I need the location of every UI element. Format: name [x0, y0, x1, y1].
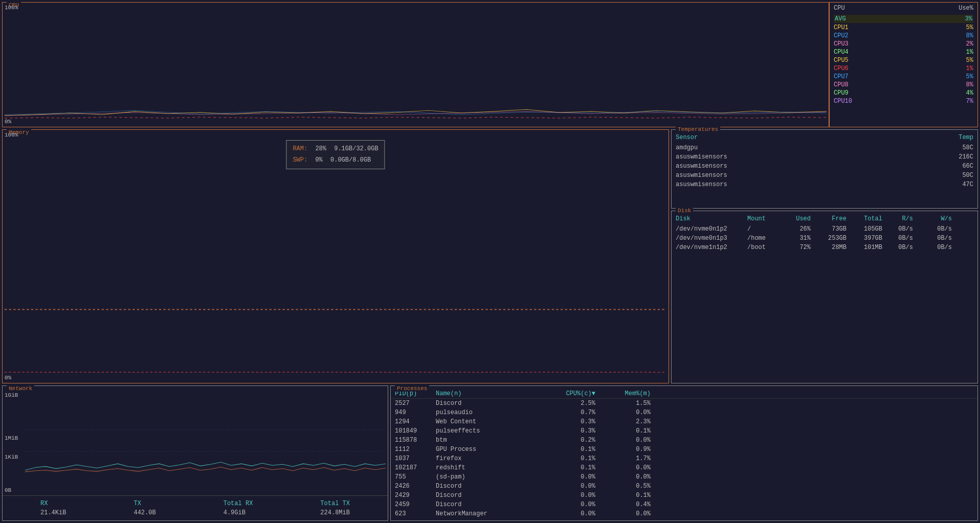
proc-row-8[interactable]: 755 (sd-pam) 0.0% 0.0% — [395, 472, 973, 482]
network-tx-stat: TX 442.0B — [133, 500, 155, 516]
proc-cpu-11: 0.0% — [538, 501, 599, 508]
cpu10-row: CPU10 7% — [834, 98, 973, 105]
network-rx-stat: RX 21.4KiB — [40, 500, 66, 516]
proc-name-9: Discord — [436, 483, 538, 490]
main-layout: CPU 100% 0% CPU Use% AVG 3% — [0, 0, 980, 523]
proc-mem-4: 0.0% — [599, 437, 651, 444]
proc-pid-11: 2459 — [395, 501, 436, 508]
cpu10-label: CPU10 — [834, 98, 852, 105]
proc-row-2[interactable]: 1294 Web Content 0.3% 2.3% — [395, 417, 973, 426]
proc-cpu-7: 0.1% — [538, 464, 599, 471]
disk-2-free: 28MB — [819, 244, 855, 251]
disk-header: Disk Mount Used Free Total R/s W/s — [676, 213, 973, 222]
cpu-header-use: Use% — [959, 5, 973, 12]
temp-row-amdgpu: amdgpu 58C — [676, 144, 973, 151]
proc-cpu-1: 0.7% — [538, 409, 599, 416]
proc-pid-12: 623 — [395, 510, 436, 517]
disk-0-ws: 0B/s — [921, 225, 952, 233]
proc-cpu-4: 0.2% — [538, 437, 599, 444]
proc-cpu-9: 0.0% — [538, 483, 599, 490]
disk-header-mount: Mount — [747, 215, 788, 222]
proc-pid-3: 101849 — [395, 427, 436, 435]
proc-mem-11: 0.4% — [599, 501, 651, 508]
cpu-avg-value: 3% — [965, 15, 972, 22]
network-graph-area: 1GiB 1MiB 1KiB 0B — [3, 386, 388, 495]
proc-mem-3: 0.1% — [599, 427, 651, 435]
disk-header-used: Used — [788, 215, 819, 222]
proc-row-3[interactable]: 101849 pulseeffects 0.3% 0.1% — [395, 426, 973, 436]
disk-row-0: /dev/nvme0n1p2 / 26% 73GB 105GB 0B/s 0B/… — [676, 225, 973, 233]
proc-mem-0: 1.5% — [599, 400, 651, 407]
proc-mem-10: 0.1% — [599, 492, 651, 499]
proc-mem-1: 0.0% — [599, 409, 651, 416]
cpu3-value: 2% — [966, 40, 973, 48]
proc-pid-2: 1294 — [395, 418, 436, 425]
disk-1-ws: 0B/s — [921, 235, 952, 242]
temp-sensor-1: asuswmisensors — [676, 153, 727, 161]
cpu7-value: 5% — [966, 73, 973, 80]
proc-name-8: (sd-pam) — [436, 473, 538, 481]
cpu6-row: CPU6 1% — [834, 65, 973, 72]
proc-row-1[interactable]: 949 pulseaudio 0.7% 0.0% — [395, 408, 973, 417]
proc-header-mem[interactable]: Mem%(m) — [599, 390, 651, 397]
temp-value-2: 66C — [962, 163, 973, 170]
proc-row-4[interactable]: 115878 btm 0.2% 0.0% — [395, 436, 973, 445]
disk-2-ws: 0B/s — [921, 244, 952, 251]
proc-pid-8: 755 — [395, 473, 436, 481]
disk-row-2: /dev/nvme1n1p2 /boot 72% 28MB 101MB 0B/s… — [676, 244, 973, 251]
proc-cpu-8: 0.0% — [538, 473, 599, 481]
proc-header-cpu[interactable]: CPU%(c)▼ — [538, 390, 599, 397]
proc-row-12[interactable]: 623 NetworkManager 0.0% 0.0% — [395, 509, 973, 518]
cpu8-row: CPU8 8% — [834, 81, 973, 88]
temperatures-header: Sensor Temp — [676, 132, 973, 141]
proc-row-11[interactable]: 2459 Discord 0.0% 0.4% — [395, 500, 973, 509]
disk-1-free: 253GB — [819, 235, 855, 242]
disk-2-mount: /boot — [747, 244, 788, 251]
proc-cpu-3: 0.3% — [538, 427, 599, 435]
network-total-tx-value: 224.8MiB — [320, 509, 350, 516]
disk-2-total: 101MB — [855, 244, 890, 251]
disk-header-free: Free — [819, 215, 855, 222]
proc-pid-1: 949 — [395, 409, 436, 416]
ram-overlay: RAM: 28% 9.1GB/32.0GB SWP: 0% 0.0GB/8.0G… — [286, 140, 385, 169]
disk-0-mount: / — [747, 225, 788, 233]
disk-0-free: 73GB — [819, 225, 855, 233]
disk-header-disk: Disk — [676, 215, 747, 222]
proc-pid-5: 1112 — [395, 446, 436, 453]
processes-section: Processes PID(p) Name(n) CPU%(c)▼ Mem%(m… — [390, 385, 978, 521]
proc-header-name: Name(n) — [436, 390, 538, 397]
cpu8-value: 8% — [966, 81, 973, 88]
cpu2-label: CPU2 — [834, 32, 849, 39]
proc-mem-6: 1.7% — [599, 455, 651, 462]
proc-pid-7: 102187 — [395, 464, 436, 471]
proc-row-10[interactable]: 2429 Discord 0.0% 0.1% — [395, 491, 973, 500]
proc-mem-12: 0.0% — [599, 510, 651, 517]
proc-row-0[interactable]: 2527 Discord 2.5% 1.5% — [395, 399, 973, 408]
disk-header-rs: R/s — [890, 215, 921, 222]
network-total-rx-value: 4.9GiB — [224, 509, 253, 516]
cpu4-value: 1% — [966, 49, 973, 56]
network-total-tx-label: Total TX — [320, 500, 350, 507]
network-rx-value: 21.4KiB — [40, 509, 66, 516]
proc-row-9[interactable]: 2426 Discord 0.0% 0.5% — [395, 482, 973, 491]
swap-percent: 0% — [315, 156, 322, 164]
cpu-list-panel: CPU Use% AVG 3% CPU1 5% CPU2 8% CPU3 2% … — [829, 3, 977, 127]
network-section: Network 1GiB 1MiB 1KiB 0B — [2, 385, 388, 521]
proc-row-6[interactable]: 1037 firefox 0.1% 1.7% — [395, 454, 973, 463]
temp-row-asus-3: asuswmisensors 50C — [676, 172, 973, 179]
disk-0-rs: 0B/s — [890, 225, 921, 233]
cpu8-label: CPU8 — [834, 81, 849, 88]
memory-graph-area: 100% 0% RAM: 28% 9.1GB/32.0GB SWP: 0% 0.… — [3, 130, 669, 383]
cpu1-label: CPU1 — [834, 24, 849, 31]
proc-row-5[interactable]: 1112 GPU Process 0.1% 0.9% — [395, 445, 973, 454]
cpu4-label: CPU4 — [834, 49, 849, 56]
network-total-rx-stat: Total RX 4.9GiB — [224, 500, 253, 516]
temp-sensor-3: asuswmisensors — [676, 172, 727, 179]
cpu4-row: CPU4 1% — [834, 49, 973, 56]
network-total-rx-label: Total RX — [224, 500, 253, 507]
temp-header-sensor: Sensor — [676, 134, 698, 141]
disk-header-total: Total — [855, 215, 890, 222]
proc-cpu-6: 0.1% — [538, 455, 599, 462]
proc-row-7[interactable]: 102187 redshift 0.1% 0.0% — [395, 463, 973, 472]
cpu3-label: CPU3 — [834, 40, 849, 48]
